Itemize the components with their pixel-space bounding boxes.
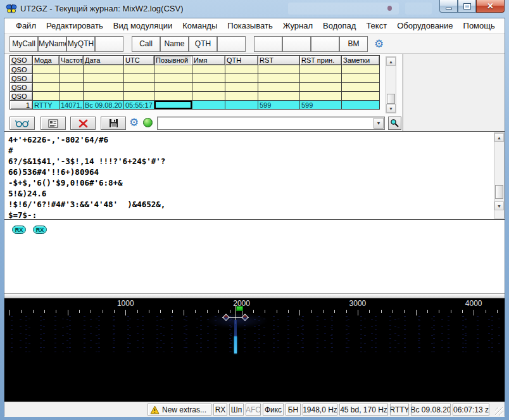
row-header[interactable]: 1 <box>10 101 33 110</box>
column-header[interactable]: Имя <box>192 56 225 65</box>
qsl-card-button[interactable] <box>41 117 66 130</box>
minimize-button[interactable] <box>439 0 458 13</box>
rx-text-scrollbar[interactable]: ▲ ▼ <box>494 132 505 219</box>
scrollbar-thumb[interactable] <box>495 185 503 199</box>
pane-splitter[interactable] <box>4 293 505 298</box>
scroll-down-icon[interactable]: ▼ <box>386 104 396 113</box>
log-cell[interactable] <box>342 83 380 92</box>
menu-item[interactable]: Команды <box>177 20 222 32</box>
log-cell[interactable] <box>300 65 342 74</box>
scroll-down-icon[interactable]: ▼ <box>494 201 504 210</box>
log-cell[interactable] <box>192 83 225 92</box>
log-cell[interactable] <box>154 101 192 110</box>
log-cell[interactable] <box>124 65 154 74</box>
delete-qso-button[interactable] <box>70 117 96 130</box>
row-header[interactable]: QSO <box>10 74 33 83</box>
log-cell[interactable] <box>225 83 258 92</box>
menu-item[interactable]: Файл <box>11 20 41 32</box>
log-cell[interactable] <box>225 74 258 83</box>
log-cell[interactable] <box>33 83 60 92</box>
macro-button-qth[interactable]: QTH <box>189 36 217 52</box>
macro-button-blank[interactable] <box>282 36 311 52</box>
alert-panel[interactable]: New extras... <box>148 404 211 416</box>
log-cell[interactable] <box>124 74 154 83</box>
log-cell[interactable] <box>84 83 124 92</box>
log-cell[interactable] <box>300 83 342 92</box>
log-cell[interactable] <box>192 92 225 101</box>
rx-channels-pane[interactable]: RXRX <box>4 220 505 293</box>
save-qso-button[interactable] <box>101 117 126 130</box>
log-cell[interactable] <box>192 101 225 110</box>
menu-item[interactable]: Журнал <box>278 20 318 32</box>
log-cell[interactable] <box>342 74 380 83</box>
menu-item[interactable]: Помощь <box>458 20 500 32</box>
log-cell[interactable] <box>154 83 192 92</box>
log-cell[interactable]: 05:55:17 <box>124 101 154 110</box>
macro-button-blank[interactable] <box>217 36 246 52</box>
close-button[interactable]: ✕ <box>476 0 505 13</box>
log-cell[interactable]: RTTY <box>33 101 60 110</box>
table-row[interactable]: QSO <box>10 92 380 101</box>
log-cell[interactable] <box>60 74 84 83</box>
log-cell[interactable] <box>225 92 258 101</box>
row-header[interactable]: QSO <box>10 83 33 92</box>
scroll-up-icon[interactable]: ▲ <box>494 133 504 142</box>
log-cell[interactable] <box>225 65 258 74</box>
view-log-button[interactable] <box>9 117 35 130</box>
log-cell[interactable] <box>192 65 225 74</box>
tune-marker-flag[interactable] <box>236 306 243 311</box>
column-header[interactable]: Частота <box>60 56 84 65</box>
log-cell[interactable] <box>60 65 84 74</box>
log-cell[interactable] <box>342 92 380 101</box>
scroll-up-icon[interactable]: ▲ <box>386 57 396 66</box>
macro-button-blank[interactable] <box>95 36 123 52</box>
scrollbar-thumb[interactable] <box>387 94 395 104</box>
log-cell[interactable] <box>258 65 300 74</box>
log-cell[interactable] <box>258 74 300 83</box>
settings-gear-icon[interactable]: ⚙ <box>129 117 139 129</box>
macro-button-myqth[interactable]: MyQTH <box>66 36 95 52</box>
signal-trace[interactable] <box>234 336 237 353</box>
title-bar[interactable]: UT2GZ - Текущий журнал: MixW2.log(CSV) ✕ <box>0 0 509 18</box>
menu-item[interactable]: Показывать <box>222 20 277 32</box>
log-cell[interactable] <box>154 65 192 74</box>
macro-button-bm[interactable]: BM <box>339 36 368 52</box>
column-header[interactable]: RST прин. <box>300 56 342 65</box>
column-header[interactable]: Мода <box>33 56 60 65</box>
log-cell[interactable]: 599 <box>300 101 342 110</box>
log-cell[interactable]: 599 <box>258 101 300 110</box>
rx-channel-button[interactable]: RX <box>12 226 26 234</box>
macro-button-name[interactable]: Name <box>160 36 189 52</box>
macro-button-blank[interactable] <box>254 36 282 52</box>
column-header[interactable]: UTC <box>124 56 154 65</box>
menu-item[interactable]: Вид модуляции <box>108 20 177 32</box>
column-header[interactable]: QTH <box>225 56 258 65</box>
table-row[interactable]: QSO <box>10 65 380 74</box>
waterfall-display[interactable]: 1000200030004000 <box>4 298 505 402</box>
log-cell[interactable] <box>342 65 380 74</box>
log-cell[interactable] <box>60 83 84 92</box>
log-cell[interactable] <box>84 65 124 74</box>
row-header[interactable]: QSO <box>10 92 33 101</box>
column-header[interactable]: RST <box>258 56 300 65</box>
combo-dropdown-icon[interactable]: ▼ <box>374 118 384 129</box>
log-cell[interactable] <box>154 74 192 83</box>
macro-button-call[interactable]: Call <box>132 36 160 52</box>
log-cell[interactable] <box>154 92 192 101</box>
log-cell[interactable] <box>258 92 300 101</box>
table-row[interactable]: 1RTTY14071,Вс 09.08.2005:55:17599599 <box>10 101 380 110</box>
column-header[interactable]: Дата <box>84 56 124 65</box>
log-cell[interactable] <box>84 74 124 83</box>
log-cell[interactable] <box>124 92 154 101</box>
log-cell[interactable]: Вс 09.08.20 <box>84 101 124 110</box>
menu-item[interactable]: Оборудование <box>392 20 458 32</box>
log-cell[interactable] <box>60 92 84 101</box>
menu-item[interactable]: Редактировать <box>41 20 108 32</box>
log-table-scrollbar[interactable]: ▲ ▼ <box>386 56 396 113</box>
log-cell[interactable] <box>300 92 342 101</box>
column-header[interactable]: Заметки <box>342 56 380 65</box>
log-cell[interactable] <box>192 74 225 83</box>
macro-button-blank[interactable] <box>311 36 339 52</box>
log-cell[interactable] <box>84 92 124 101</box>
row-header[interactable]: QSO <box>10 65 33 74</box>
